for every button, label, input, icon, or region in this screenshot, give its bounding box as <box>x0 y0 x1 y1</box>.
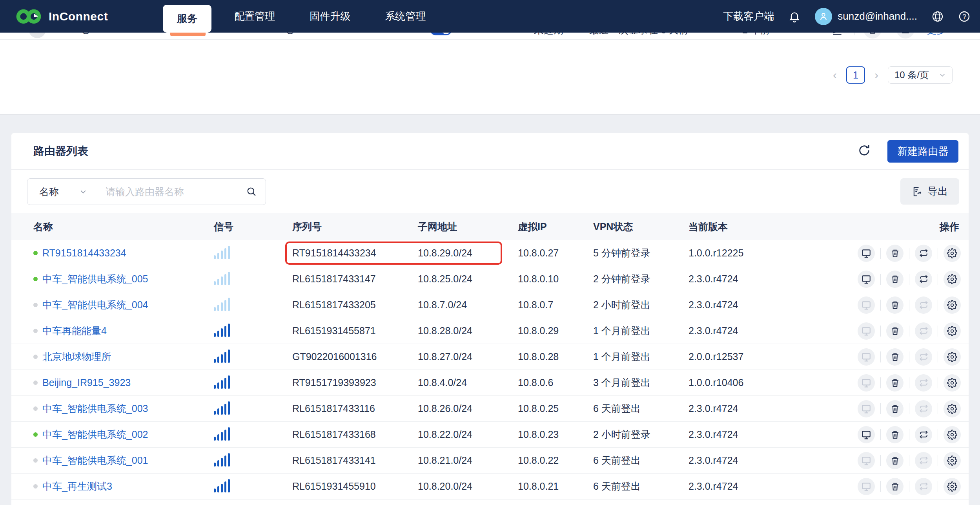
replace-sync-button[interactable] <box>915 322 932 340</box>
settings-gear-button[interactable] <box>944 245 961 262</box>
download-client-link[interactable]: 下载客户端 <box>723 9 774 23</box>
router-name-link[interactable]: RT9151814433234 <box>42 247 126 259</box>
signal-bars-icon <box>214 271 230 285</box>
delete-button[interactable] <box>886 400 903 417</box>
router-name-link[interactable]: 中车_智能供电系统_004 <box>42 298 148 311</box>
help-icon[interactable]: ? <box>958 10 971 23</box>
create-router-button[interactable]: 新建路由器 <box>887 140 958 163</box>
router-name-link[interactable]: 中车_再生测试3 <box>42 480 112 493</box>
current-version: 1.0.0.r10406 <box>689 377 806 388</box>
replace-sync-button[interactable] <box>915 400 932 417</box>
replace-sync-button[interactable] <box>915 348 932 366</box>
user-icon <box>818 11 829 22</box>
delete-button[interactable] <box>886 245 903 262</box>
router-name-link[interactable]: 北京地球物理所 <box>42 350 111 363</box>
delete-button[interactable] <box>886 271 903 288</box>
delete-button[interactable] <box>886 296 903 314</box>
delete-button[interactable] <box>886 452 903 469</box>
router-name-link[interactable]: 中车再能能量4 <box>42 324 107 337</box>
settings-gear-button[interactable] <box>944 426 961 443</box>
chevron-down-icon <box>939 71 946 79</box>
next-page-button[interactable]: › <box>874 67 878 83</box>
settings-gear-button[interactable] <box>944 478 961 495</box>
settings-gear-button[interactable] <box>944 452 961 469</box>
serial-number: RL6151817433168 <box>292 429 418 440</box>
vpn-status: 1 个月前登出 <box>593 324 689 337</box>
settings-gear-button[interactable] <box>944 348 961 366</box>
remote-access-button[interactable] <box>858 426 875 443</box>
delete-button[interactable] <box>886 322 903 340</box>
remote-access-button[interactable] <box>858 322 875 340</box>
replace-sync-button[interactable] <box>915 452 932 469</box>
delete-button[interactable] <box>886 374 903 392</box>
virtual-ip: 10.8.0.7 <box>518 299 593 311</box>
replace-sync-button[interactable] <box>915 296 932 314</box>
signal-bars-icon <box>214 401 230 415</box>
current-version: 2.0.0.r12537 <box>689 351 806 362</box>
remote-access-button[interactable] <box>858 374 875 392</box>
virtual-ip: 10.8.0.29 <box>518 325 593 337</box>
language-globe-icon[interactable] <box>931 10 944 23</box>
vpn-status: 6 天前登出 <box>593 454 689 467</box>
remote-access-button[interactable] <box>858 478 875 495</box>
replace-sync-button[interactable] <box>915 426 932 443</box>
table-row: 中车_智能供电系统_004 RL6151817433205 10.8.7.0/2… <box>11 292 969 318</box>
remote-access-button[interactable] <box>858 400 875 417</box>
subnet-address: 10.8.29.0/24 <box>418 247 518 259</box>
status-dot <box>33 329 38 333</box>
search-icon[interactable] <box>246 186 266 197</box>
prev-page-button[interactable]: ‹ <box>833 67 837 83</box>
tab-firmware-upgrade[interactable]: 固件升级 <box>298 9 362 23</box>
delete-button[interactable] <box>886 348 903 366</box>
remote-access-button[interactable] <box>858 296 875 314</box>
remote-access-button[interactable] <box>858 271 875 288</box>
vpn-status: 2 分钟前登录 <box>593 273 689 285</box>
router-name-link[interactable]: 中车_智能供电系统_003 <box>42 402 148 415</box>
virtual-ip: 10.8.0.21 <box>518 481 593 492</box>
table-row: 北京地球物理所 GT9022016001316 10.8.27.0/24 10.… <box>11 344 969 370</box>
replace-sync-button[interactable] <box>915 245 932 262</box>
replace-sync-button[interactable] <box>915 374 932 392</box>
settings-gear-button[interactable] <box>944 296 961 314</box>
notification-bell-icon[interactable] <box>788 10 801 23</box>
delete-button[interactable] <box>886 426 903 443</box>
page-number[interactable]: 1 <box>846 66 865 84</box>
page-size-select[interactable]: 10 条/页 <box>888 66 953 84</box>
status-dot <box>33 303 38 307</box>
table-row: 中车_智能供电系统_005 RL6151817433147 10.8.25.0/… <box>11 266 969 292</box>
remote-access-button[interactable] <box>858 452 875 469</box>
settings-gear-button[interactable] <box>944 374 961 392</box>
table-row: 中车再能能量4 RL6151931455871 10.8.28.0/24 10.… <box>11 318 969 344</box>
settings-gear-button[interactable] <box>944 271 961 288</box>
inconnect-logo-icon <box>16 8 42 25</box>
user-table-footer: ‹ 1 › 10 条/页 <box>0 40 980 115</box>
router-name-link[interactable]: 中车_智能供电系统_001 <box>42 454 148 467</box>
remote-access-button[interactable] <box>858 348 875 366</box>
replace-sync-button[interactable] <box>915 271 932 288</box>
table-body: RT9151814433234 RT9151814433234 10.8.29.… <box>11 240 969 500</box>
settings-gear-button[interactable] <box>944 322 961 340</box>
router-name-link[interactable]: Beijing_IR915_3923 <box>42 377 131 388</box>
search-field-select[interactable]: 名称 <box>27 185 96 198</box>
virtual-ip: 10.8.0.28 <box>518 351 593 362</box>
svg-text:?: ? <box>962 13 966 20</box>
remote-access-button[interactable] <box>858 245 875 262</box>
tab-system-management[interactable]: 系统管理 <box>373 9 437 23</box>
router-name-link[interactable]: 中车_智能供电系统_005 <box>42 273 148 285</box>
router-list-panel: 路由器列表 新建路由器 名称 导出 <box>11 133 969 505</box>
top-navbar: InConnect 服务 配置管理 固件升级 系统管理 下载客户端 sunzd@… <box>0 0 980 33</box>
subnet-address: 10.8.4.0/24 <box>418 377 518 388</box>
router-name-link[interactable]: 中车_智能供电系统_002 <box>42 428 148 441</box>
tab-config-management[interactable]: 配置管理 <box>222 9 287 23</box>
search-input[interactable] <box>96 186 246 198</box>
tab-services[interactable]: 服务 <box>163 5 211 33</box>
signal-bars-icon <box>214 297 230 311</box>
vpn-status: 3 个月前登出 <box>593 376 689 389</box>
delete-button[interactable] <box>886 478 903 495</box>
export-button[interactable]: 导出 <box>900 178 959 205</box>
settings-gear-button[interactable] <box>944 400 961 417</box>
replace-sync-button[interactable] <box>915 478 932 495</box>
refresh-icon[interactable] <box>858 144 871 159</box>
brand-name: InConnect <box>49 10 108 23</box>
account-menu[interactable]: sunzd@inhand.... <box>815 8 917 25</box>
